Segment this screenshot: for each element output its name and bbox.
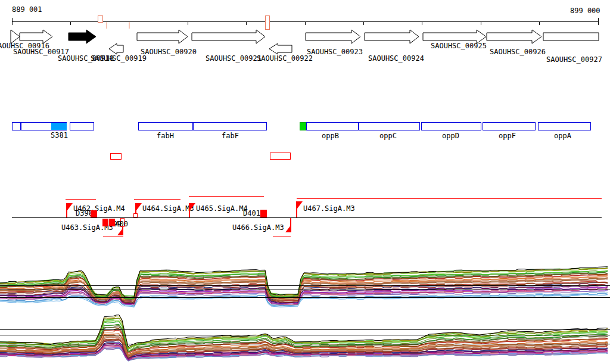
ruler-start-coordinate: 889 001 xyxy=(12,6,42,13)
d-site-box[interactable] xyxy=(260,210,267,217)
operon-box[interactable] xyxy=(138,122,193,130)
gene-arrow-SAOUHSC_00920[interactable] xyxy=(137,30,188,43)
tfbs-flag-icon[interactable] xyxy=(190,203,195,210)
operon-label: fabH xyxy=(157,132,174,139)
ruler-end-coordinate: 899 000 xyxy=(570,7,600,14)
gene-arrow-SAOUHSC_00926[interactable] xyxy=(487,30,541,43)
operon-box[interactable] xyxy=(193,122,267,130)
gene-label: SAOUHSC_00926 xyxy=(490,48,546,55)
operon-box[interactable] xyxy=(483,122,536,130)
sites-baseline xyxy=(12,217,602,218)
operon-box[interactable] xyxy=(359,122,420,130)
operon-box[interactable] xyxy=(70,122,94,130)
ruler-minor-mark xyxy=(129,22,130,29)
tfbs-flag-icon[interactable] xyxy=(117,228,123,235)
tfbs-label: U467.SigA.M3 xyxy=(303,205,355,212)
operon-box[interactable] xyxy=(306,122,359,130)
expression-track-2 xyxy=(0,315,610,361)
gene-label: SAOUHSC_00919 xyxy=(91,55,147,62)
operon-label: oppD xyxy=(442,132,459,139)
site-extent-line xyxy=(273,237,291,237)
operon-label: oppA xyxy=(554,132,571,139)
operon-box-divider xyxy=(20,122,21,130)
operon-box[interactable] xyxy=(421,122,481,130)
site-extent-line xyxy=(134,199,180,200)
gene-arrow-SAOUHSC_00927[interactable] xyxy=(543,33,599,41)
gene-arrow-SAOUHSC_00919[interactable] xyxy=(109,43,123,54)
probe-box[interactable] xyxy=(110,153,122,160)
gene-label: SAOUHSC_00924 xyxy=(368,55,424,62)
operon-segment-highlight[interactable] xyxy=(51,123,67,130)
probe-box[interactable] xyxy=(270,153,291,160)
tfbs-flag-icon[interactable] xyxy=(297,201,303,209)
site-extent-line xyxy=(103,237,123,237)
genome-browser: 889 001 899 000 SAOUHSC_00916SAOUHSC_009… xyxy=(0,0,610,364)
site-extent-line xyxy=(297,198,602,199)
tfbs-flag-icon[interactable] xyxy=(67,203,73,210)
operon-box[interactable] xyxy=(538,122,591,130)
gene-arrow-SAOUHSC_00918[interactable] xyxy=(69,30,96,43)
tfbs-flag-icon[interactable] xyxy=(136,203,142,210)
gene-label: SAOUHSC_00927 xyxy=(546,56,602,63)
operon-label: fabF xyxy=(222,132,239,139)
gene-arrow-SAOUHSC_00924[interactable] xyxy=(365,30,419,43)
ruler-mark xyxy=(265,15,270,30)
d-site-label: D401 xyxy=(243,210,260,217)
tfbs-label: U465.SigA.M4 xyxy=(196,205,248,212)
gene-label: SAOUHSC_00923 xyxy=(307,48,363,55)
tfbs-label: U464.SigA.M3 xyxy=(142,205,194,212)
site-extent-line xyxy=(66,199,96,200)
tfbs-base-box xyxy=(133,213,138,217)
gene-label: SAOUHSC_00920 xyxy=(141,48,197,55)
ruler-mark xyxy=(98,15,103,23)
gene-label: SAOUHSC_00925 xyxy=(431,42,487,49)
d-site-box[interactable] xyxy=(102,219,108,226)
expression-track-1 xyxy=(0,267,610,307)
gene-arrow-SAOUHSC_00922[interactable] xyxy=(269,43,292,54)
operon-start-marker[interactable] xyxy=(300,122,306,130)
gene-label: SAOUHSC_00922 xyxy=(257,55,313,62)
ruler-minor-mark xyxy=(106,22,107,29)
gene-arrow-SAOUHSC_00921[interactable] xyxy=(192,30,265,43)
operon-label: oppF xyxy=(499,132,516,139)
d-site-box[interactable] xyxy=(109,219,115,226)
operon-label: S381 xyxy=(51,132,68,139)
gene-arrow-SAOUHSC_00923[interactable] xyxy=(306,30,360,43)
site-extent-line xyxy=(189,196,264,197)
operon-label: oppB xyxy=(322,132,339,139)
tfbs-label: U466.SigA.M3 xyxy=(232,224,284,231)
tfbs-flag-icon[interactable] xyxy=(285,225,291,232)
gene-label: SAOUHSC_00921 xyxy=(206,55,262,62)
operon-label: oppC xyxy=(379,132,397,139)
d-site-box[interactable] xyxy=(91,210,97,217)
